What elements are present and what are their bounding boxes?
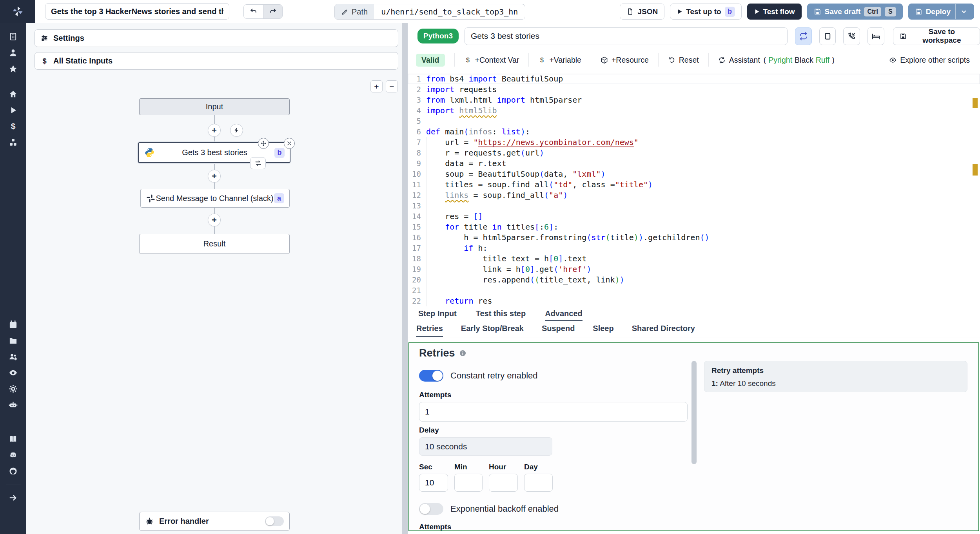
code-line[interactable]: 15 for title in titles[:6]: — [408, 222, 980, 232]
code-line[interactable]: 8 r = requests.get(url) — [408, 148, 980, 158]
retries-panel: Retries Constant retry enabled Attempts … — [408, 342, 979, 531]
tab-advanced[interactable]: Advanced — [545, 307, 583, 321]
tab-step-input[interactable]: Step Input — [418, 307, 457, 321]
assistant-button[interactable]: Assistant (Pyright Black Ruff) — [709, 53, 844, 67]
code-line[interactable]: 7 url = "https://news.ycombinator.com/ne… — [408, 137, 980, 148]
code-line[interactable]: 11 titles = soup.find_all("td", class_="… — [408, 179, 980, 190]
code-line[interactable]: 5 — [408, 116, 980, 127]
add-step-button[interactable]: + — [208, 214, 221, 226]
code-line[interactable]: 13 — [408, 201, 980, 211]
subtab-sleep[interactable]: Sleep — [593, 321, 613, 337]
code-line[interactable]: 4import html5lib — [408, 105, 980, 116]
sidebar-item-discord[interactable] — [5, 447, 21, 463]
trigger-button[interactable] — [230, 124, 243, 137]
code-line[interactable]: 6def main(infos: list): — [408, 127, 980, 137]
sidebar-item-user-group[interactable] — [5, 349, 21, 365]
subtab-retries[interactable]: Retries — [416, 321, 443, 337]
retry-indicator-chip[interactable] — [250, 157, 266, 169]
sidebar-item-github[interactable] — [5, 463, 21, 479]
redo-button[interactable] — [263, 5, 282, 18]
code-line[interactable]: 14 res = [] — [408, 211, 980, 222]
save-to-workspace-button[interactable]: Save to workspace — [893, 27, 980, 45]
path-field[interactable]: Path u/henri/send_to_slack_top3_hn — [334, 4, 525, 20]
code-line[interactable]: 3from lxml.html import html5parser — [408, 95, 980, 105]
add-step-button[interactable]: + — [208, 170, 221, 183]
tab-test-this-step[interactable]: Test this step — [476, 307, 526, 321]
flow-node-step-a[interactable]: Send Message to Channel (slack) a — [140, 189, 290, 208]
arrow-right-icon — [9, 493, 18, 502]
test-flow-button[interactable]: Test flow — [747, 4, 802, 20]
sidebar-item-cubes[interactable] — [5, 134, 21, 150]
sidebar-item-folder[interactable] — [5, 333, 21, 349]
error-handler-toggle[interactable] — [265, 516, 284, 526]
subtab-early-stop-break[interactable]: Early Stop/Break — [461, 321, 524, 337]
flow-node-result[interactable]: Result — [139, 234, 290, 254]
flow-settings-bar[interactable]: Settings — [34, 29, 398, 47]
step-name-input[interactable] — [465, 27, 788, 45]
suspend-button[interactable] — [843, 27, 860, 45]
flow-canvas[interactable]: Settings $ All Static Inputs + − Input +… — [26, 23, 402, 534]
add-context-var-button[interactable]: $ +Context Var — [455, 53, 529, 67]
code-line[interactable]: 17 if h: — [408, 243, 980, 253]
min-input[interactable] — [454, 474, 483, 492]
subtab-shared-directory[interactable]: Shared Directory — [632, 321, 695, 337]
info-icon[interactable] — [459, 349, 466, 357]
sidebar-item-star[interactable] — [5, 61, 21, 77]
code-line[interactable]: 21 — [408, 285, 980, 296]
retries-scrollbar[interactable] — [691, 361, 697, 464]
delete-step-button[interactable] — [284, 138, 295, 149]
reset-button[interactable]: Reset — [659, 53, 709, 67]
code-line[interactable]: 9 data = r.text — [408, 158, 980, 169]
code-line[interactable]: 1from bs4 import BeautifulSoup — [408, 74, 980, 84]
sidebar-item-play[interactable] — [5, 102, 21, 118]
code-line[interactable]: 19 link = h[0].get('href') — [408, 264, 980, 275]
day-input[interactable] — [524, 474, 553, 492]
attempts-input[interactable] — [419, 402, 688, 422]
add-resource-button[interactable]: +Resource — [591, 53, 659, 67]
sidebar-item-home[interactable] — [5, 86, 21, 102]
json-button[interactable]: JSON — [620, 4, 664, 20]
flow-node-input[interactable]: Input — [139, 98, 290, 115]
sidebar-item-book[interactable] — [5, 431, 21, 447]
windmill-logo[interactable] — [0, 0, 35, 23]
constant-retry-toggle[interactable] — [419, 370, 443, 382]
flow-static-inputs-bar[interactable]: $ All Static Inputs — [34, 52, 398, 70]
sleep-button[interactable] — [867, 27, 884, 45]
code-line[interactable]: 18 title_text = h[0].text — [408, 253, 980, 264]
move-step-handle[interactable] — [258, 138, 269, 149]
add-step-button[interactable]: + — [208, 124, 221, 137]
deploy-button[interactable]: Deploy — [908, 4, 974, 20]
code-line[interactable]: 16 h = html5parser.fromstring(str(title)… — [408, 232, 980, 243]
sidebar-item-arrow-right[interactable] — [5, 490, 21, 506]
zoom-in-button[interactable]: + — [370, 80, 383, 92]
sidebar-item-gear[interactable] — [5, 381, 21, 397]
test-up-to-button[interactable]: Test up to b — [670, 4, 741, 20]
code-line[interactable]: 12 links = soup.find_all("a") — [408, 190, 980, 201]
error-handler-node[interactable]: Error handler — [139, 512, 290, 531]
sidebar-item-dollar[interactable]: $ — [5, 118, 21, 134]
code-line[interactable]: 20 res.append((title_text, link)) — [408, 275, 980, 285]
save-draft-button[interactable]: Save draft Ctrl S — [807, 4, 903, 20]
undo-button[interactable] — [244, 5, 263, 18]
explore-other-scripts-button[interactable]: Explore other scripts — [880, 53, 980, 67]
retries-toggle-button[interactable] — [795, 27, 812, 45]
code-line[interactable]: 10 soup = BeautifulSoup(data, "lxml") — [408, 169, 980, 179]
sidebar-item-calendar[interactable] — [5, 317, 21, 333]
code-line[interactable]: 22 return res — [408, 296, 980, 306]
panel-resizer[interactable] — [402, 23, 408, 534]
chevron-down-icon[interactable] — [960, 8, 967, 15]
sec-input[interactable] — [419, 474, 448, 492]
hour-input[interactable] — [489, 474, 518, 492]
sidebar-item-eye[interactable] — [5, 365, 21, 381]
sidebar-item-robot[interactable] — [5, 397, 21, 413]
exponential-backoff-toggle[interactable] — [419, 503, 443, 515]
subtab-suspend[interactable]: Suspend — [542, 321, 575, 337]
code-line[interactable]: 2import requests — [408, 84, 980, 95]
sidebar-item-user[interactable] — [5, 45, 21, 61]
code-editor[interactable]: 1from bs4 import BeautifulSoup2import re… — [408, 71, 980, 307]
add-variable-button[interactable]: $ +Variable — [529, 53, 591, 67]
zoom-out-button[interactable]: − — [386, 80, 398, 92]
sidebar-item-building[interactable] — [5, 29, 21, 45]
early-stop-button[interactable] — [819, 27, 836, 45]
flow-title-input[interactable] — [45, 3, 229, 20]
